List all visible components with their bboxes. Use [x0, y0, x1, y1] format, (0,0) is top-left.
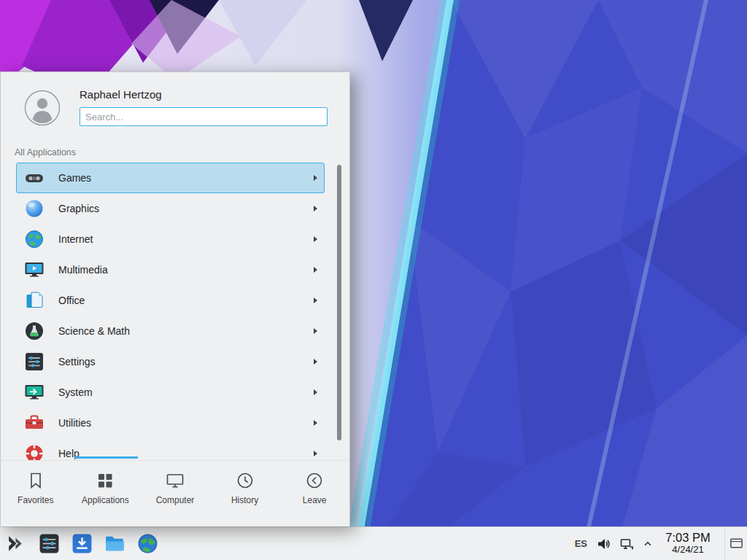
tab-label: Leave — [303, 495, 327, 505]
category-label: Science & Math — [58, 325, 314, 337]
category-label: Internet — [58, 233, 314, 245]
category-multimedia[interactable]: Multimedia — [16, 254, 325, 285]
keyboard-layout-indicator[interactable]: ES — [575, 538, 587, 549]
chevron-right-icon — [314, 451, 317, 456]
category-games[interactable]: Games — [16, 163, 325, 193]
category-label: Games — [58, 172, 314, 184]
application-launcher: Raphael Hertzog All Applications Games — [0, 71, 350, 526]
chevron-right-icon — [314, 359, 317, 365]
chevron-right-icon — [314, 236, 317, 242]
chevron-right-icon — [314, 298, 317, 303]
multimedia-icon — [23, 259, 45, 281]
category-list: Games Graphics — [1, 161, 349, 460]
category-label: Graphics — [58, 203, 314, 214]
help-icon — [23, 443, 45, 460]
section-label: All Applications — [15, 147, 76, 158]
chevron-right-icon — [314, 420, 317, 426]
category-label: System — [58, 386, 314, 398]
chevron-right-icon — [314, 206, 317, 211]
science-icon — [23, 320, 45, 342]
category-utilities[interactable]: Utilities — [16, 408, 325, 438]
tray-expander-caret-icon[interactable] — [643, 539, 653, 549]
category-office[interactable]: Office — [16, 285, 325, 316]
chevron-right-icon — [314, 389, 317, 395]
category-graphics[interactable]: Graphics — [16, 193, 325, 224]
tab-leave[interactable]: Leave — [279, 461, 349, 526]
taskbar: ES 7:03 PM 4/24/21 — [0, 526, 747, 560]
network-icon[interactable] — [619, 537, 634, 551]
digital-clock[interactable]: 7:03 PM 4/24/21 — [662, 531, 714, 556]
tab-computer[interactable]: Computer — [140, 461, 210, 526]
tab-applications[interactable]: Applications — [71, 461, 141, 526]
tab-label: Computer — [156, 495, 195, 505]
clock-icon — [236, 471, 255, 490]
category-label: Multimedia — [58, 264, 314, 276]
category-label: Settings — [58, 356, 314, 368]
taskbar-launchers — [0, 532, 159, 555]
tab-favorites[interactable]: Favorites — [1, 461, 71, 526]
category-help[interactable]: Help — [16, 438, 325, 460]
software-center-icon[interactable] — [71, 532, 93, 555]
chevron-right-icon — [314, 267, 317, 273]
graphics-icon — [23, 198, 45, 219]
file-manager-icon[interactable] — [104, 532, 126, 555]
system-settings-icon[interactable] — [38, 532, 61, 555]
chevron-right-icon — [314, 328, 317, 334]
category-science-math[interactable]: Science & Math — [16, 316, 325, 346]
user-name: Raphael Hertzog — [80, 88, 162, 101]
monitor-icon — [166, 471, 185, 490]
application-launcher-button[interactable] — [5, 532, 28, 555]
toolbox-icon — [23, 412, 45, 434]
volume-icon[interactable] — [596, 537, 611, 551]
leave-icon — [305, 471, 324, 490]
show-desktop-button[interactable] — [724, 527, 747, 560]
grid-icon — [96, 471, 115, 490]
clock-time: 7:03 PM — [662, 531, 714, 544]
category-internet[interactable]: Internet — [16, 224, 325, 254]
category-settings[interactable]: Settings — [16, 346, 325, 377]
avatar[interactable] — [24, 90, 61, 126]
category-label: Office — [58, 295, 314, 306]
category-label: Utilities — [58, 417, 314, 429]
office-icon — [23, 289, 45, 311]
settings-icon — [23, 351, 45, 373]
chevron-right-icon — [314, 175, 317, 181]
tab-label: Applications — [82, 495, 129, 505]
globe-icon — [23, 228, 45, 250]
active-tab-indicator — [74, 456, 138, 459]
clock-date: 4/24/21 — [662, 545, 714, 556]
tab-label: History — [231, 495, 258, 505]
bookmark-icon — [26, 471, 45, 490]
category-system[interactable]: System — [16, 377, 325, 408]
system-tray: ES 7:03 PM 4/24/21 — [575, 527, 747, 560]
tab-history[interactable]: History — [210, 461, 280, 526]
gamepad-icon — [23, 167, 45, 189]
tab-label: Favorites — [18, 495, 53, 505]
launcher-footer: Favorites Applications Computer History … — [1, 460, 349, 526]
search-input[interactable] — [80, 107, 328, 126]
show-desktop-icon — [729, 536, 744, 551]
web-browser-icon[interactable] — [136, 532, 159, 555]
system-icon — [23, 381, 45, 403]
scrollbar[interactable] — [337, 165, 341, 440]
